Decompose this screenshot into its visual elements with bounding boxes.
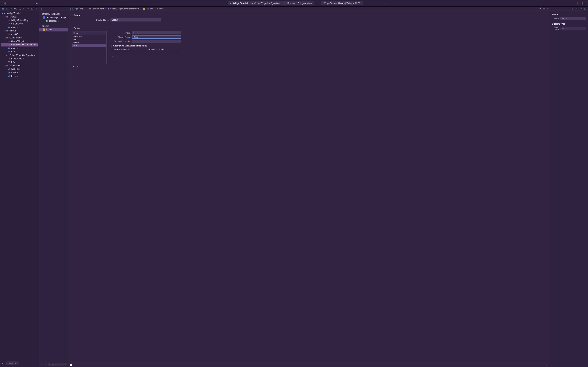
index-input[interactable]	[132, 31, 181, 34]
run-button[interactable]	[35, 1, 38, 5]
col-speakable-match[interactable]: Speakable Match	[111, 48, 146, 51]
disclosure-icon[interactable]: ▾	[111, 45, 112, 47]
attributes-inspector-tab[interactable]: ◧	[584, 8, 586, 10]
file-item[interactable]: ✶IntentHandler	[0, 57, 39, 60]
case-row[interactable]: green	[72, 41, 106, 44]
file-label: Assets	[11, 26, 17, 28]
group-colourwidget[interactable]: ▾ 🗀 ColourWidget	[0, 36, 39, 40]
project-navigator-tab[interactable]: ▤	[2, 8, 4, 10]
file-item[interactable]: 🧳Intents	[0, 75, 39, 78]
issue-navigator-tab[interactable]: △	[19, 8, 21, 10]
disclosure-icon[interactable]: ▾	[4, 30, 6, 32]
disclosure-icon[interactable]: ▾	[72, 14, 72, 16]
add-button[interactable]: ＋	[1, 362, 3, 365]
toggle-navigator-button[interactable]: ▭	[2, 1, 6, 5]
chevron-right-icon: 〉	[281, 2, 282, 5]
find-navigator-tab[interactable]: 🔍	[14, 8, 17, 10]
remove-match-button[interactable]: －	[116, 55, 119, 58]
split-editor-icon[interactable]: ▭	[547, 8, 549, 10]
activity-status[interactable]: WidgetTutorial: Ready | Today at 10:58	[321, 1, 363, 5]
group-colourwidgetconfig[interactable]: ▾ 🗀 ColourWidgetConfiguration	[0, 53, 39, 57]
file-item[interactable]: ✶macOS	[0, 33, 39, 36]
case-row-selected[interactable]: blue	[72, 44, 106, 47]
assets-icon: ▦	[8, 47, 10, 50]
alt-matches-header[interactable]: ▾Alternative Speakable Matches (0)	[111, 45, 546, 47]
jump-bar-segment[interactable]: Colour	[157, 8, 163, 10]
disclosure-icon[interactable]: ▾	[1, 12, 3, 14]
file-inspector-tab[interactable]: 🗎	[571, 8, 574, 10]
case-row[interactable]: unknown	[72, 35, 106, 38]
outline-response-item[interactable]: RResponse	[39, 19, 68, 23]
jump-bar-segment[interactable]: EEnums	[143, 8, 153, 10]
test-navigator-tab[interactable]: ◇	[23, 8, 25, 10]
toggle-debug-area-icon[interactable]: ▭	[546, 364, 548, 367]
case-row[interactable]: red	[72, 38, 106, 41]
toggle-inspector-button[interactable]: ▭	[582, 1, 586, 5]
col-pronunciation-hint[interactable]: Pronunciation Hint	[146, 48, 181, 51]
chevron-right-icon: 〉	[86, 8, 88, 10]
recent-files-icon[interactable]: ⏱	[14, 362, 16, 364]
add-match-button[interactable]: ＋	[112, 55, 115, 58]
group-frameworks[interactable]: ▾ 🗀 Frameworks	[0, 64, 39, 67]
case-display-name-input[interactable]	[132, 35, 181, 39]
forward-button[interactable]: 〉	[49, 7, 51, 10]
section-cases-header[interactable]: ▾Cases	[72, 27, 546, 30]
disclosure-icon[interactable]: ▾	[4, 65, 6, 67]
history-inspector-tab[interactable]: ⏱	[576, 8, 578, 10]
disclosure-icon[interactable]: ▾	[4, 54, 6, 56]
section-enum-header[interactable]: ▾Enum	[72, 14, 546, 17]
assets-icon: ▦	[8, 26, 10, 28]
report-navigator-tab[interactable]: ☰	[35, 8, 37, 10]
add-button[interactable]: ＋	[41, 363, 43, 366]
project-root[interactable]: ▾ ◧ WidgetTutorial	[0, 12, 39, 15]
remove-case-button[interactable]: －	[76, 65, 79, 68]
add-editor-button[interactable]: ＋	[384, 1, 388, 5]
enum-display-name-input[interactable]	[110, 18, 161, 22]
scm-filter-icon[interactable]: ▢	[17, 362, 18, 365]
file-item[interactable]: ✶WidgetTutorialApp	[0, 18, 39, 22]
file-item[interactable]: ☰Info	[0, 60, 39, 64]
grid-view-icon[interactable]: ⊞	[41, 8, 43, 10]
file-item[interactable]: 🧳SwiftUI	[0, 71, 39, 75]
lines-icon[interactable]: ☰	[543, 8, 545, 10]
inspector-enum-type-input[interactable]	[560, 27, 586, 30]
debug-navigator-tab[interactable]: ⌗	[27, 8, 29, 10]
disclosure-icon[interactable]: ▾	[4, 37, 6, 39]
help-inspector-tab[interactable]: ?	[581, 8, 582, 10]
jump-bar-segment[interactable]: ◧WidgetTutorial	[69, 8, 85, 10]
jump-bar-segment[interactable]: 🗀ColourWidget	[89, 8, 104, 10]
file-item[interactable]: ✶ContentView	[0, 22, 39, 25]
swap-icon[interactable]: ⇄	[539, 8, 541, 10]
outline-intent-item[interactable]: IColourWidgetConfigu…	[39, 16, 68, 19]
navigator-filter[interactable]: ◌ Filter ⏱ ▢	[6, 361, 19, 365]
add-case-button[interactable]: ＋	[72, 65, 75, 68]
file-item[interactable]: ▦Assets	[0, 47, 39, 50]
outline-enum-item[interactable]: EColour	[39, 28, 68, 32]
case-column-header[interactable]: Case	[72, 32, 106, 35]
breakpoint-navigator-tab[interactable]: ▢	[31, 8, 34, 10]
file-item[interactable]: ▦Assets	[0, 25, 39, 29]
inspector-name-input[interactable]	[560, 17, 586, 20]
remove-button[interactable]: －	[44, 363, 46, 366]
filter-scope-icon[interactable]: ◌	[7, 362, 9, 365]
file-item-selected[interactable]: ✶ColourWidget…urationIntent	[1, 43, 38, 47]
folder-icon: 🗀	[6, 65, 9, 67]
swift-icon: ✶	[8, 43, 10, 46]
source-control-tab[interactable]: ⎌	[6, 8, 8, 10]
library-button[interactable]: ▭	[578, 1, 581, 5]
file-item[interactable]: 🧳WidgetKit	[0, 67, 39, 71]
group-shared[interactable]: ▾ 🗀 Shared	[0, 15, 39, 18]
file-item[interactable]: ☰Info	[0, 50, 39, 53]
jump-bar-segment[interactable]: ◉ColourWidgetConfigurationIntent	[108, 8, 139, 10]
scheme-selector[interactable]: ◧ WidgetTutorial 〉 ◉ ColourWidgetConfigu…	[228, 1, 314, 5]
group-macos[interactable]: ▾ 🗀 macOS	[0, 29, 39, 33]
chevron-right-icon: 〉	[140, 8, 142, 10]
disclosure-icon[interactable]: ▾	[4, 16, 6, 18]
disclosure-icon[interactable]: ▾	[72, 27, 72, 29]
outline-filter[interactable]: ⌕ Filter	[48, 363, 67, 366]
debug-chat-icon[interactable]: 💬	[70, 364, 72, 367]
pronunciation-hint-input[interactable]	[132, 40, 181, 43]
file-item[interactable]: ✶ColourWidget	[0, 40, 39, 43]
back-button[interactable]: 〈	[44, 7, 47, 10]
symbol-navigator-tab[interactable]: ⑂	[10, 8, 12, 10]
